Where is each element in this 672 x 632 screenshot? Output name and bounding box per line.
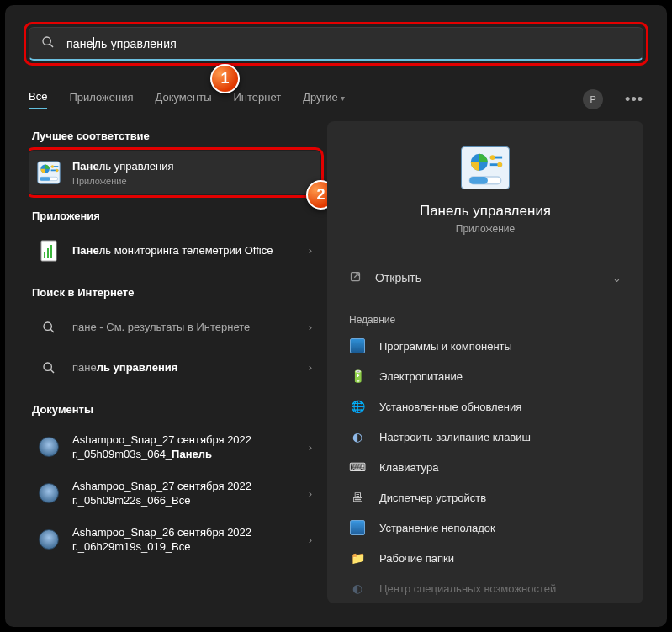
result-text: Ashampoo_Snap_26 сентября 2022 г._06h29m… (72, 525, 297, 555)
best-match-wrap: Панель управления Приложение 2 (29, 151, 320, 194)
user-avatar[interactable]: P (583, 89, 603, 109)
chevron-right-icon: › (309, 487, 312, 500)
result-web-2[interactable]: панель управления › (29, 348, 320, 388)
search-query: панель управления (66, 37, 631, 50)
tab-other[interactable]: Другие (303, 91, 344, 109)
accessibility-icon: ◐ (349, 428, 366, 445)
svg-line-17 (50, 369, 54, 373)
svg-point-7 (56, 168, 59, 172)
updates-icon: 🌐 (349, 398, 366, 415)
tab-documents[interactable]: Документы (155, 91, 211, 109)
document-icon (37, 481, 61, 505)
svg-point-14 (44, 322, 51, 330)
recent-header: Недавние (327, 299, 643, 331)
svg-point-16 (44, 363, 51, 370)
recent-label: Настроить залипание клавиш (379, 431, 531, 443)
ease-icon: ◐ (349, 580, 366, 597)
control-panel-large-icon (461, 146, 510, 189)
svg-rect-24 (469, 177, 488, 184)
recent-label: Установленные обновления (379, 401, 521, 413)
result-doc-3[interactable]: Ashampoo_Snap_26 сентября 2022 г._06h29m… (29, 517, 320, 563)
search-icon (37, 356, 61, 380)
recent-troubleshoot[interactable]: Устранение неполадок (327, 513, 643, 543)
result-doc-1[interactable]: Ashampoo_Snap_27 сентября 2022 г._05h09m… (29, 424, 320, 470)
recent-work-folders[interactable]: 📁 Рабочие папки (327, 543, 643, 573)
svg-point-6 (51, 165, 55, 168)
recent-programs-features[interactable]: Программы и компоненты (327, 331, 643, 361)
svg-rect-9 (40, 177, 50, 180)
chevron-right-icon: › (309, 534, 312, 546)
tab-web[interactable]: Интернет (233, 91, 281, 109)
result-text: Ashampoo_Snap_27 сентября 2022 г._05h09m… (72, 433, 297, 462)
start-search-window: панель управления 1 Все Приложения Докум… (5, 5, 667, 627)
tab-apps[interactable]: Приложения (69, 91, 133, 109)
chevron-right-icon: › (309, 361, 312, 374)
recent-ease-of-access[interactable]: ◐ Центр специальных возможностей (327, 573, 643, 603)
result-text: Панель мониторинга телеметрии Office (72, 243, 297, 258)
chevron-right-icon: › (309, 244, 312, 257)
result-doc-2[interactable]: Ashampoo_Snap_27 сентября 2022 г._05h09m… (29, 470, 320, 517)
section-web: Поиск в Интернете (32, 286, 320, 299)
search-input[interactable]: панель управления (29, 27, 643, 61)
recent-keyboard[interactable]: ⌨ Клавиатура (327, 452, 643, 482)
open-label: Открыть (375, 271, 421, 284)
control-panel-icon (37, 161, 61, 184)
result-web-1[interactable]: пане - См. результаты в Интернете › (29, 307, 320, 348)
device-icon: 🖶 (349, 489, 366, 506)
folder-icon: 📁 (349, 550, 366, 566)
result-text: панель управления (72, 360, 297, 375)
preview-pane: Панель управления Приложение Открыть ⌄ Н… (327, 121, 643, 603)
svg-point-21 (490, 155, 495, 160)
chevron-right-icon: › (309, 321, 312, 333)
chevron-right-icon: › (309, 441, 312, 454)
recent-label: Центр специальных возможностей (379, 582, 556, 595)
recent-label: Клавиатура (379, 461, 438, 474)
open-icon (349, 270, 362, 285)
recent-updates[interactable]: 🌐 Установленные обновления (327, 391, 643, 422)
result-text: Ashampoo_Snap_27 сентября 2022 г._05h09m… (72, 479, 297, 508)
power-icon: 🔋 (349, 368, 366, 385)
section-apps: Приложения (32, 210, 320, 222)
keyboard-icon: ⌨ (349, 459, 366, 475)
open-button[interactable]: Открыть ⌄ (327, 257, 643, 299)
tab-all[interactable]: Все (29, 90, 47, 109)
recent-label: Устранение неполадок (379, 522, 495, 534)
svg-line-1 (50, 44, 53, 47)
svg-rect-13 (50, 245, 52, 258)
recent-power[interactable]: 🔋 Электропитание (327, 361, 643, 391)
result-text: Панель управления Приложение (72, 159, 312, 186)
annotation-badge-2: 2 (306, 180, 327, 210)
annotation-badge-1: 1 (210, 64, 240, 93)
search-icon (37, 316, 61, 339)
preview-title: Панель управления (327, 203, 643, 220)
search-bar-wrap: панель управления 1 (29, 27, 643, 61)
svg-point-22 (497, 162, 502, 167)
recent-sticky-keys[interactable]: ◐ Настроить залипание клавиш (327, 422, 643, 452)
chevron-down-icon[interactable]: ⌄ (612, 272, 622, 284)
result-text: пане - См. результаты в Интернете (72, 320, 297, 335)
filter-tabs: Все Приложения Документы Интернет Другие… (29, 89, 643, 109)
result-control-panel[interactable]: Панель управления Приложение (29, 151, 320, 194)
recent-label: Рабочие папки (379, 552, 454, 565)
svg-line-15 (50, 329, 54, 332)
preview-subtitle: Приложение (327, 223, 643, 235)
results-left: Лучшее соответствие Панель управления Пр… (29, 121, 327, 603)
svg-rect-11 (44, 252, 45, 258)
troubleshoot-icon (349, 519, 366, 536)
results-columns: Лучшее соответствие Панель управления Пр… (29, 121, 643, 603)
recent-label: Программы и компоненты (379, 340, 512, 353)
section-best-match: Лучшее соответствие (32, 130, 320, 142)
document-icon (37, 435, 61, 459)
document-icon (37, 528, 61, 551)
search-icon (41, 35, 55, 51)
recent-device-manager[interactable]: 🖶 Диспетчер устройств (327, 482, 643, 513)
recent-label: Электропитание (379, 370, 463, 383)
programs-icon (349, 337, 366, 354)
svg-rect-12 (47, 248, 49, 258)
svg-point-0 (43, 37, 50, 45)
section-documents: Документы (32, 403, 320, 416)
recent-label: Диспетчер устройств (379, 491, 486, 504)
result-office-telemetry[interactable]: Панель мониторинга телеметрии Office › (29, 231, 320, 271)
app-icon (37, 239, 61, 263)
